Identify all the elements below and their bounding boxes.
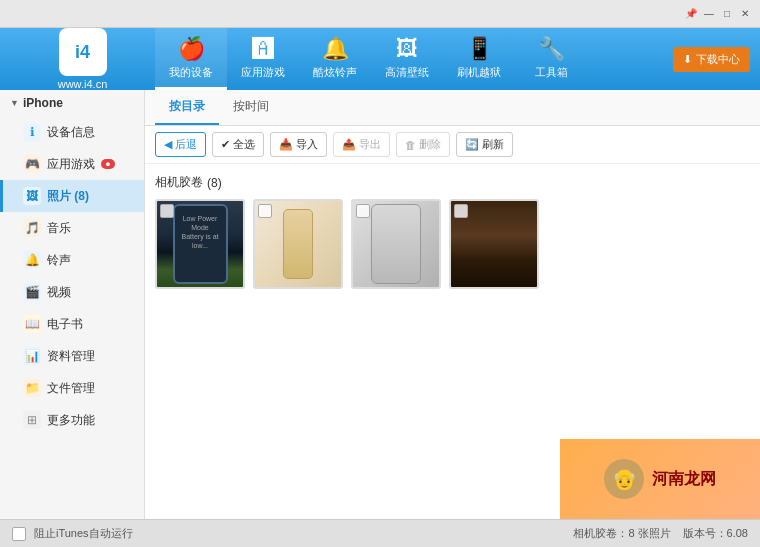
tab-by-time-label: 按时间: [233, 99, 269, 113]
sidebar-label-file-mgmt: 文件管理: [47, 380, 95, 397]
watermark: 👴 河南龙网: [560, 439, 760, 519]
itunes-label: 阻止iTunes自动运行: [34, 526, 133, 541]
maximize-button[interactable]: □: [720, 7, 734, 21]
logo-subtext: www.i4.cn: [58, 78, 108, 90]
sidebar-item-ebooks[interactable]: 📖 电子书: [0, 308, 144, 340]
action-bar: ◀ 后退 ✔ 全选 📥 导入 📤 导出 🗑 删除 🔄 刷新: [145, 126, 760, 164]
photo-checkbox-1[interactable]: [160, 204, 174, 218]
status-left: 阻止iTunes自动运行: [12, 526, 133, 541]
select-all-icon: ✔: [221, 138, 230, 151]
pin-button[interactable]: 📌: [684, 7, 698, 21]
photos-sidebar-icon: 🖼: [23, 187, 41, 205]
photo-checkbox-2[interactable]: [258, 204, 272, 218]
photo-2-content: [283, 209, 313, 279]
sidebar-item-more[interactable]: ⊞ 更多功能: [0, 404, 144, 436]
sidebar-arrow-icon: ▼: [10, 98, 19, 108]
sidebar-item-video[interactable]: 🎬 视频: [0, 276, 144, 308]
ebooks-sidebar-icon: 📖: [23, 315, 41, 333]
gallery-count: (8): [207, 176, 222, 190]
sidebar-label-device-info: 设备信息: [47, 124, 95, 141]
photo-3-content: [371, 204, 421, 284]
apps-games-sidebar-icon: 🎮: [23, 155, 41, 173]
download-label: 下载中心: [696, 52, 740, 67]
nav-item-apps-games[interactable]: 🅰 应用游戏: [227, 28, 299, 90]
sidebar-item-apps-games[interactable]: 🎮 应用游戏 ●: [0, 148, 144, 180]
status-bar: 阻止iTunes自动运行 相机胶卷：8 张照片 版本号：6.08: [0, 519, 760, 547]
sidebar-label-music: 音乐: [47, 220, 71, 237]
tab-by-category-label: 按目录: [169, 99, 205, 113]
nav-item-label-jailbreak: 刷机越狱: [457, 65, 501, 80]
sidebar-device-header: ▼ iPhone: [0, 90, 144, 116]
sidebar-item-ringtones[interactable]: 🔔 铃声: [0, 244, 144, 276]
sidebar-item-file-mgmt[interactable]: 📁 文件管理: [0, 372, 144, 404]
close-button[interactable]: ✕: [738, 7, 752, 21]
minimize-button[interactable]: —: [702, 7, 716, 21]
photo-checkbox-3[interactable]: [356, 204, 370, 218]
photo-item-2[interactable]: [253, 199, 343, 289]
photo-item-4[interactable]: [449, 199, 539, 289]
delete-button[interactable]: 🗑 删除: [396, 132, 450, 157]
nav-item-label-apps-games: 应用游戏: [241, 65, 285, 80]
sidebar-label-ringtones: 铃声: [47, 252, 71, 269]
back-label: 后退: [175, 137, 197, 152]
photo-checkbox-4[interactable]: [454, 204, 468, 218]
tab-by-time[interactable]: 按时间: [219, 90, 283, 125]
nav-item-jailbreak[interactable]: 📱 刷机越狱: [443, 28, 515, 90]
logo-text: i4: [75, 42, 90, 63]
my-device-icon: 🍎: [178, 36, 205, 62]
sidebar-item-music[interactable]: 🎵 音乐: [0, 212, 144, 244]
watermark-site: 河南龙网: [652, 469, 716, 490]
export-button[interactable]: 📤 导出: [333, 132, 390, 157]
tab-by-category[interactable]: 按目录: [155, 90, 219, 125]
sidebar-label-data-mgmt: 资料管理: [47, 348, 95, 365]
jailbreak-icon: 📱: [466, 36, 493, 62]
sidebar-label-photos: 照片 (8): [47, 188, 89, 205]
import-icon: 📥: [279, 138, 293, 151]
toolbar: i4 www.i4.cn 🍎 我的设备 🅰 应用游戏 🔔 酷炫铃声 🖼 高清壁纸…: [0, 28, 760, 90]
photo-item-3[interactable]: [351, 199, 441, 289]
ringtones-icon: 🔔: [322, 36, 349, 62]
nav-item-label-ringtones: 酷炫铃声: [313, 65, 357, 80]
photo-grid: Low PowerModeBattery is atlow...: [155, 199, 750, 289]
apps-badge: ●: [101, 159, 115, 169]
sidebar-item-device-info[interactable]: ℹ 设备信息: [0, 116, 144, 148]
import-button[interactable]: 📥 导入: [270, 132, 327, 157]
data-mgmt-sidebar-icon: 📊: [23, 347, 41, 365]
nav-item-ringtones[interactable]: 🔔 酷炫铃声: [299, 28, 371, 90]
apps-games-icon: 🅰: [252, 36, 274, 62]
sidebar-item-data-mgmt[interactable]: 📊 资料管理: [0, 340, 144, 372]
nav-item-label-tools: 工具箱: [535, 65, 568, 80]
photo-count-status: 相机胶卷：8 张照片: [573, 526, 670, 541]
tab-bar: 按目录 按时间: [145, 90, 760, 126]
sidebar-item-photos[interactable]: 🖼 照片 (8): [0, 180, 144, 212]
more-sidebar-icon: ⊞: [23, 411, 41, 429]
gallery-header: 相机胶卷 (8): [155, 174, 750, 191]
sidebar-device-name: iPhone: [23, 96, 63, 110]
export-icon: 📤: [342, 138, 356, 151]
delete-label: 删除: [419, 137, 441, 152]
photo-1-text: Low PowerModeBattery is atlow...: [182, 214, 219, 250]
download-icon: ⬇: [683, 53, 692, 66]
title-bar: 📌 — □ ✕: [0, 0, 760, 28]
file-mgmt-sidebar-icon: 📁: [23, 379, 41, 397]
select-all-button[interactable]: ✔ 全选: [212, 132, 264, 157]
device-info-icon: ℹ: [23, 123, 41, 141]
download-center-button[interactable]: ⬇ 下载中心: [673, 47, 750, 72]
sidebar-label-ebooks: 电子书: [47, 316, 83, 333]
sidebar-label-apps-games: 应用游戏: [47, 156, 95, 173]
watermark-text-group: 河南龙网: [652, 469, 716, 490]
select-all-label: 全选: [233, 137, 255, 152]
logo-box: i4: [59, 28, 107, 76]
refresh-button[interactable]: 🔄 刷新: [456, 132, 513, 157]
nav-item-tools[interactable]: 🔧 工具箱: [515, 28, 587, 90]
itunes-checkbox[interactable]: [12, 527, 26, 541]
import-label: 导入: [296, 137, 318, 152]
back-button[interactable]: ◀ 后退: [155, 132, 206, 157]
nav-item-my-device[interactable]: 🍎 我的设备: [155, 28, 227, 90]
nav-item-wallpaper[interactable]: 🖼 高清壁纸: [371, 28, 443, 90]
delete-icon: 🗑: [405, 139, 416, 151]
refresh-icon: 🔄: [465, 138, 479, 151]
watermark-avatar: 👴: [604, 459, 644, 499]
photo-item-1[interactable]: Low PowerModeBattery is atlow...: [155, 199, 245, 289]
ringtones-sidebar-icon: 🔔: [23, 251, 41, 269]
